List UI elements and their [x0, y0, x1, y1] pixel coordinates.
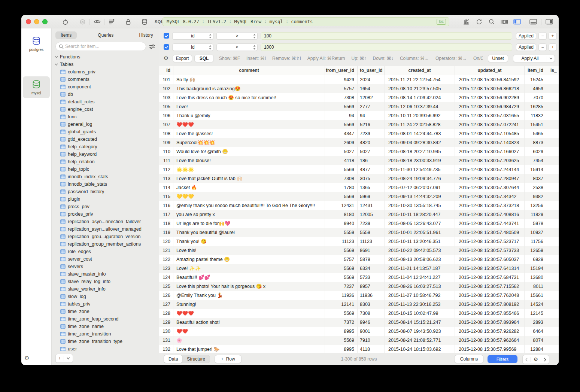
table-row[interactable]: 106 Thank u @emily 94 94 2015-10-11 20:3…	[159, 111, 559, 120]
columns-button[interactable]: Columns	[454, 355, 484, 363]
toggle-left-panel-icon[interactable]	[511, 18, 523, 26]
table-row[interactable]: 128 ❤️❤️❤️ 5569 7308 2015-10-15 10:02:47…	[159, 309, 559, 318]
sidebar-table-item[interactable]: user	[52, 345, 159, 351]
filter-sliders-icon[interactable]	[149, 44, 155, 49]
apply-all-button[interactable]: Apply All	[513, 55, 555, 62]
sidebar-table-item[interactable]: help_category	[52, 143, 159, 151]
column-header-created-at[interactable]: created_at	[384, 66, 455, 75]
lock-icon[interactable]	[122, 18, 134, 26]
add-item-button[interactable]: +	[56, 355, 64, 362]
filter-enabled-checkbox[interactable]	[164, 33, 169, 39]
zoom-window-button[interactable]	[42, 19, 48, 24]
tab-items[interactable]: Items	[55, 31, 77, 39]
sidebar-table-item[interactable]: password_history	[52, 188, 159, 195]
sidebar-table-item[interactable]: help_keyword	[52, 151, 159, 158]
filter-settings-gear-icon[interactable]: ⚙	[164, 55, 168, 61]
table-row[interactable]: 130 ❤️❤️ 8995 9001 2015-08-07 19:43:50.9…	[159, 327, 559, 336]
table-row[interactable]: 120 Thank you! 😘 11123 11123 2015-10-11 …	[159, 237, 559, 246]
sidebar-table-item[interactable]: comments	[52, 76, 159, 83]
sidebar-table-item[interactable]: slow_log	[52, 293, 159, 300]
sidebar-table-item[interactable]: default_roles	[52, 98, 159, 106]
tree-section-tables[interactable]: Tables	[52, 61, 159, 68]
sidebar-table-item[interactable]: time_zone	[52, 308, 159, 315]
add-filter-button[interactable]: +	[549, 43, 557, 51]
table-row[interactable]: 118 Ur legs are to die for🙌💖 9940 7239 2…	[159, 219, 559, 228]
filters-button[interactable]: Filters	[488, 355, 517, 363]
settings-gear-icon[interactable]: ⚙	[24, 355, 29, 361]
sidebar-table-item[interactable]: procs_priv	[52, 203, 159, 210]
connection-mysql[interactable]: mysql	[23, 76, 50, 98]
search-icon[interactable]	[485, 18, 498, 26]
sidebar-table-item[interactable]: engine_cost	[52, 106, 159, 113]
column-header-item-id[interactable]: item_id	[524, 66, 548, 75]
sidebar-table-item[interactable]: slave_relay_log_info	[52, 278, 159, 285]
disconnect-icon[interactable]	[77, 18, 88, 26]
unset-button[interactable]: Unset	[488, 55, 508, 62]
filter-value-input[interactable]: 1000	[261, 43, 512, 51]
table-row[interactable]: 101 So fly 🙌🏼 9429 2024 2015-11-21 22:12…	[159, 75, 559, 84]
sidebar-table-item[interactable]: gtid_executed	[52, 136, 159, 143]
sidebar-table-item[interactable]: plugin	[52, 195, 159, 203]
table-row[interactable]: 109 Supercool💥💥💥 2609 4820 2015-09-04 09…	[159, 138, 559, 147]
column-header-id[interactable]: id	[159, 66, 173, 75]
toggle-bottom-panel-icon[interactable]	[527, 18, 540, 26]
sidebar-table-item[interactable]: servers	[52, 263, 159, 270]
table-row[interactable]: 122 Amazing pastel theme 😁 5757 5879 201…	[159, 255, 559, 264]
remove-filter-button[interactable]: −	[538, 32, 547, 40]
close-window-button[interactable]	[26, 19, 31, 24]
column-header-is[interactable]: is_	[548, 66, 559, 75]
applied-button[interactable]: Applied	[516, 32, 536, 40]
table-row[interactable]: 126 @Emily Thank you 💃 11936 11936 2015-…	[159, 291, 559, 300]
sidebar-table-item[interactable]: proxies_priv	[52, 210, 159, 218]
sidebar-table-item[interactable]: replication_grou...iguration_version	[52, 233, 159, 240]
table-row[interactable]: 112 🌟🌟🌟 5569 4877 2015-11-30 12:54:49.73…	[159, 165, 559, 174]
filter-column-select[interactable]: id	[172, 32, 213, 40]
tab-queries[interactable]: Queries	[92, 31, 119, 39]
focus-mode-icon[interactable]	[498, 18, 511, 26]
sidebar-table-item[interactable]: role_edges	[52, 248, 159, 255]
tab-history[interactable]: History	[134, 31, 158, 39]
sidebar-table-item[interactable]: replication_asyn...nnection_failover	[52, 218, 159, 225]
table-row[interactable]: 111 Love the blouse! 4118 186 2015-08-18…	[159, 156, 559, 165]
minimize-window-button[interactable]	[34, 19, 39, 24]
filter-column-select[interactable]: id	[172, 43, 213, 51]
page-settings-gear-icon[interactable]: ⚙	[531, 356, 541, 363]
connection-postgres[interactable]: postgres	[23, 33, 50, 55]
sql-button[interactable]: SQL	[194, 55, 214, 62]
sidebar-table-item[interactable]: general_log	[52, 121, 159, 128]
sidebar-table-item[interactable]: db	[52, 91, 159, 98]
toggle-right-panel-icon[interactable]	[543, 18, 556, 26]
sidebar-table-item[interactable]: innodb_table_stats	[52, 180, 159, 188]
sidebar-table-item[interactable]: replication_asyn...ailover_managed	[52, 225, 159, 233]
table-row[interactable]: 123 Love! ✨✨ 5569 6334 2015-11-21 14:13:…	[159, 264, 559, 273]
table-row[interactable]: 103 Love this dress so much 😍 so nice fo…	[159, 93, 559, 102]
table-row[interactable]: 114 Jacket 🔥 1780 1365 2015-07-12 06:20:…	[159, 183, 559, 192]
connection-power-icon[interactable]	[60, 18, 71, 26]
chart-icon[interactable]	[460, 18, 473, 26]
export-button[interactable]: Export	[173, 55, 192, 62]
filter-value-input[interactable]: 100	[261, 32, 512, 40]
sidebar-table-item[interactable]: time_zone_transition_type	[52, 338, 159, 345]
table-row[interactable]: 119 Thank you beautiful @laurel 5559 555…	[159, 228, 559, 237]
preview-eye-icon[interactable]	[91, 18, 103, 26]
sidebar-table-item[interactable]: replication_group_member_actions	[52, 240, 159, 248]
remove-filter-button[interactable]: −	[538, 43, 547, 51]
sidebar-table-item[interactable]: time_zone_name	[52, 323, 159, 330]
sidebar-table-item[interactable]: global_grants	[52, 128, 159, 136]
table-row[interactable]: 107 ❤️❤️❤️ 5569 5216 2015-11-24 22:02:58…	[159, 120, 559, 129]
sidebar-table-item[interactable]: time_zone_transition	[52, 330, 159, 338]
sidebar-table-item[interactable]: server_cost	[52, 255, 159, 263]
column-header-to-user-id[interactable]: to_user_id	[357, 66, 384, 75]
table-row[interactable]: 121 Love this! 5569 8691 2015-10-22 09:4…	[159, 246, 559, 255]
sidebar-table-item[interactable]: columns_priv	[52, 68, 159, 76]
table-row[interactable]: 110 Would love to! @mith 😁 5027 5027 201…	[159, 147, 559, 156]
table-row[interactable]: 116 @emily thank you soooo much beautifu…	[159, 201, 559, 210]
table-row[interactable]: 124 Beautiful!! 💕💕 5569 5733 2015-11-04 …	[159, 273, 559, 282]
column-header-from-user-id[interactable]: from_user_id	[325, 66, 357, 75]
table-row[interactable]: 129 Beautiful action shot! 7372 9946 201…	[159, 318, 559, 327]
log-list-icon[interactable]	[106, 18, 117, 26]
table-row[interactable]: 132 Love that jumper! 🐎 8995 4118 2015-1…	[159, 345, 559, 353]
sidebar-table-item[interactable]: component	[52, 83, 159, 91]
table-row[interactable]: 113 Love that jacket! Outfit is fab 🙌🏻 7…	[159, 174, 559, 183]
table-row[interactable]: 105 Love! 5569 2777 2015-12-06 10:37:39.…	[159, 102, 559, 111]
